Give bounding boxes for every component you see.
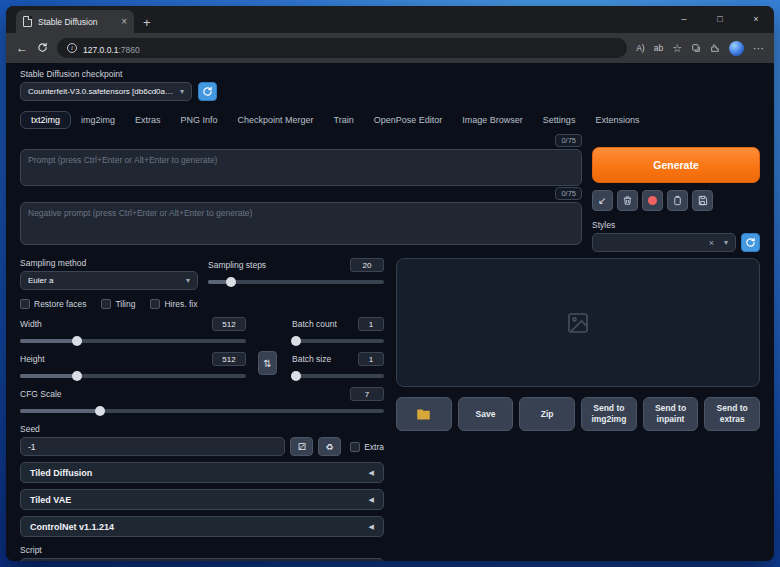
tab-image-browser[interactable]: Image Browser [452,111,533,129]
sampling-method-value: Euler a [28,276,53,285]
site-info-icon[interactable]: i [67,43,77,53]
accordion-controlnet[interactable]: ControlNet v1.1.214 ◀ [20,516,384,537]
generate-button[interactable]: Generate [592,147,760,183]
tiling-checkbox[interactable]: Tiling [101,299,135,309]
tab-openpose-editor[interactable]: OpenPose Editor [364,111,453,129]
page-favicon-icon [23,16,32,27]
clear-styles-icon[interactable]: × [709,238,714,248]
clear-prompt-button[interactable] [617,190,638,211]
main-tabs: txt2img img2img Extras PNG Info Checkpoi… [20,111,760,129]
save-style-button[interactable] [692,190,713,211]
profile-avatar[interactable] [729,41,744,56]
webui-page: Stable Diffusion checkpoint Counterfeit-… [6,63,774,561]
width-label: Width [20,319,42,329]
apply-styles-button[interactable] [667,190,688,211]
checkpoint-label: Stable Diffusion checkpoint [20,69,760,79]
chevron-down-icon: ▾ [724,238,728,247]
open-folder-button[interactable] [396,397,452,431]
send-to-img2img-button[interactable]: Send to img2img [581,397,637,431]
minimize-button[interactable]: – [666,6,702,32]
checkpoint-value: Counterfeit-V3.0.safetensors [db6cd0a62d… [28,87,174,96]
batch-count-label: Batch count [292,319,337,329]
extra-networks-icon [648,196,657,205]
negative-token-counter: 0/75 [555,187,582,200]
sampling-steps-value[interactable] [350,258,384,272]
chevron-down-icon: ▾ [186,276,190,285]
browser-window: Stable Diffusion × + – □ × ← i 127.0.0.1… [6,6,774,561]
close-window-button[interactable]: × [738,6,774,32]
url-port: :7860 [118,45,139,55]
tab-checkpoint-merger[interactable]: Checkpoint Merger [228,111,324,129]
swap-dimensions-button[interactable]: ⇅ [258,351,277,375]
collapse-icon: ◀ [369,496,374,504]
restore-faces-checkbox[interactable]: Restore faces [20,299,86,309]
sampling-steps-slider[interactable] [208,275,384,288]
width-value[interactable] [212,317,246,331]
tab-train[interactable]: Train [324,111,364,129]
hires-fix-checkbox[interactable]: Hires. fix [150,299,197,309]
styles-dropdown[interactable]: × ▾ [592,233,736,252]
save-button[interactable]: Save [458,397,514,431]
collections-icon[interactable] [691,43,701,53]
send-to-extras-button[interactable]: Send to extras [704,397,760,431]
negative-prompt-input[interactable] [20,202,582,245]
cfg-scale-label: CFG Scale [20,389,62,399]
cfg-scale-slider[interactable] [20,404,384,417]
paste-params-button[interactable]: ↙ [592,190,613,211]
collapse-icon: ◀ [369,523,374,531]
seed-input[interactable] [20,437,285,456]
tab-close-icon[interactable]: × [121,17,127,27]
refresh-styles-button[interactable] [741,233,760,252]
browser-toolbar: ← i 127.0.0.1:7860 A) ab ☆ ⋯ [6,33,774,63]
prompt-token-counter: 0/75 [555,134,582,147]
height-label: Height [20,354,45,364]
batch-size-slider[interactable] [292,369,384,382]
tab-txt2img[interactable]: txt2img [20,111,71,129]
batch-size-value[interactable] [358,352,384,366]
tab-extensions[interactable]: Extensions [585,111,649,129]
translate-icon[interactable]: ab [654,44,663,53]
checkpoint-dropdown[interactable]: Counterfeit-V3.0.safetensors [db6cd0a62d… [20,82,192,101]
width-slider[interactable] [20,334,246,347]
maximize-button[interactable]: □ [702,6,738,32]
window-controls: – □ × [666,6,774,32]
prompt-input[interactable] [20,149,582,186]
random-seed-button[interactable]: ⚂ [290,437,313,456]
cfg-scale-value[interactable] [350,387,384,401]
sampling-steps-label: Sampling steps [208,260,266,270]
refresh-button[interactable] [37,42,48,55]
batch-size-label: Batch size [292,354,331,364]
collapse-icon: ◀ [369,469,374,477]
height-value[interactable] [212,352,246,366]
browser-menu-icon[interactable]: ⋯ [753,43,764,54]
sampling-method-dropdown[interactable]: Euler a ▾ [20,271,198,290]
refresh-checkpoints-button[interactable] [198,82,217,101]
batch-count-slider[interactable] [292,334,384,347]
tab-img2img[interactable]: img2img [71,111,125,129]
reuse-seed-button[interactable]: ♻ [318,437,341,456]
favorites-star-icon[interactable]: ☆ [672,43,682,54]
batch-count-value[interactable] [358,317,384,331]
tab-settings[interactable]: Settings [533,111,586,129]
address-bar[interactable]: i 127.0.0.1:7860 [57,38,627,58]
accordion-tiled-diffusion[interactable]: Tiled Diffusion ◀ [20,462,384,483]
tab-extras[interactable]: Extras [125,111,171,129]
send-to-inpaint-button[interactable]: Send to inpaint [643,397,699,431]
zip-button[interactable]: Zip [519,397,575,431]
script-label: Script [20,545,384,555]
extra-seed-checkbox[interactable]: Extra [350,442,384,452]
folder-icon [416,407,431,422]
extensions-icon[interactable] [710,43,720,53]
seed-label: Seed [20,424,384,434]
back-button[interactable]: ← [16,42,28,54]
tab-png-info[interactable]: PNG Info [171,111,228,129]
new-tab-button[interactable]: + [143,16,151,29]
height-slider[interactable] [20,369,246,382]
browser-tab[interactable]: Stable Diffusion × [16,10,134,33]
read-aloud-icon[interactable]: A) [636,44,645,53]
accordion-tiled-vae[interactable]: Tiled VAE ◀ [20,489,384,510]
script-dropdown[interactable]: None ▾ [20,558,384,561]
tab-title: Stable Diffusion [38,17,115,27]
output-gallery[interactable] [396,258,760,387]
extra-networks-button[interactable] [642,190,663,211]
